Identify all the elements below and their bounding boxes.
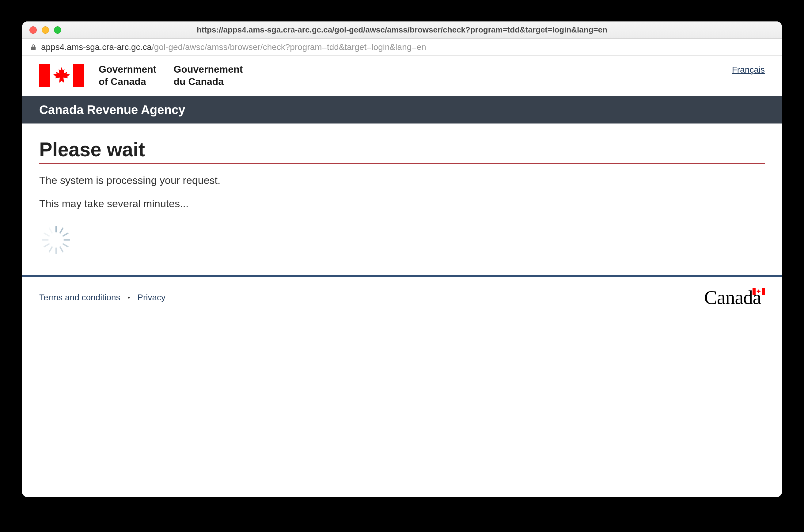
wait-text: This may take several minutes...	[39, 196, 765, 211]
url-text: apps4.ams-sga.cra-arc.gc.ca/gol-ged/awsc…	[41, 42, 426, 52]
window-title: https://apps4.ams-sga.cra-arc.gc.ca/gol-…	[28, 25, 776, 35]
goc-signature-text: Government of Canada Gouvernement du Can…	[99, 63, 243, 88]
main-content: Please wait The system is processing you…	[22, 124, 782, 275]
footer-links: Terms and conditions • Privacy	[39, 293, 166, 302]
svg-line-8	[44, 244, 49, 247]
footer: Terms and conditions • Privacy Canada	[22, 277, 782, 327]
page-title: Please wait	[39, 138, 765, 164]
address-bar[interactable]: apps4.ams-sga.cra-arc.gc.ca/gol-ged/awsc…	[22, 39, 782, 56]
language-toggle-link[interactable]: Français	[732, 63, 765, 75]
canada-wordmark: Canada	[704, 286, 765, 309]
canada-flag-icon	[39, 64, 84, 87]
svg-line-11	[49, 228, 52, 233]
window-zoom-button[interactable]	[54, 26, 61, 34]
gov-text-en: Government of Canada	[99, 63, 156, 88]
terms-link[interactable]: Terms and conditions	[39, 293, 120, 302]
svg-line-10	[44, 233, 49, 236]
svg-line-7	[49, 247, 52, 252]
browser-window: https://apps4.ams-sga.cra-arc.gc.ca/gol-…	[22, 21, 782, 497]
url-path: /gol-ged/awsc/amss/browser/check?program…	[152, 42, 426, 52]
processing-text: The system is processing your request.	[39, 173, 765, 188]
window-titlebar: https://apps4.ams-sga.cra-arc.gc.ca/gol-…	[22, 21, 782, 39]
loading-spinner-icon	[39, 223, 73, 257]
window-controls	[30, 26, 61, 34]
svg-line-1	[60, 228, 63, 233]
svg-line-4	[63, 244, 68, 247]
svg-line-5	[60, 247, 63, 252]
window-close-button[interactable]	[30, 26, 37, 34]
canada-wordmark-flag-icon	[752, 288, 765, 295]
goc-header: Government of Canada Gouvernement du Can…	[22, 56, 782, 96]
privacy-link[interactable]: Privacy	[137, 293, 166, 302]
page-content: Government of Canada Gouvernement du Can…	[22, 56, 782, 497]
svg-line-2	[63, 233, 68, 236]
gov-text-fr: Gouvernement du Canada	[173, 63, 243, 88]
url-host: apps4.ams-sga.cra-arc.gc.ca	[41, 42, 152, 52]
footer-separator: •	[128, 293, 130, 302]
agency-bar: Canada Revenue Agency	[22, 96, 782, 124]
lock-icon	[30, 44, 37, 51]
goc-logo: Government of Canada Gouvernement du Can…	[39, 63, 243, 88]
window-minimize-button[interactable]	[42, 26, 49, 34]
